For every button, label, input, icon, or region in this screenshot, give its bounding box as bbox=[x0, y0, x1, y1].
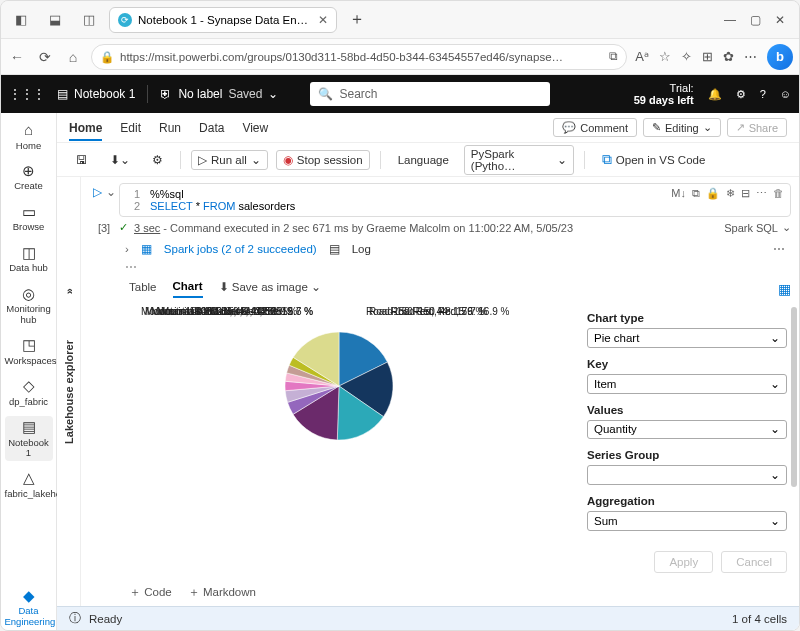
editing-mode-button[interactable]: ✎Editing⌄ bbox=[643, 118, 721, 137]
share-button[interactable]: ↗Share bbox=[727, 118, 787, 137]
open-vscode-button[interactable]: ⧉Open in VS Code bbox=[595, 148, 713, 171]
lakehouse-explorer-toggle[interactable]: » Lakehouse explorer bbox=[57, 177, 81, 606]
language-badge[interactable]: Spark SQL⌄ bbox=[724, 221, 791, 234]
favorites-bar-icon[interactable]: ✧ bbox=[681, 49, 692, 64]
gear-icon[interactable]: ⚙ bbox=[145, 150, 170, 170]
tab-table[interactable]: Table bbox=[129, 281, 157, 297]
save-icon[interactable]: 🖫 bbox=[69, 151, 95, 169]
freeze-icon[interactable]: ❄ bbox=[726, 187, 735, 200]
bing-chat-icon[interactable]: b bbox=[767, 44, 793, 70]
status-icon: ⓘ bbox=[69, 611, 81, 626]
share-icon: ↗ bbox=[736, 121, 745, 134]
settings-icon[interactable]: ⚙ bbox=[736, 88, 746, 101]
help-icon[interactable]: ? bbox=[760, 88, 766, 100]
run-all-button[interactable]: ▷Run all⌄ bbox=[191, 150, 268, 170]
rail-browse[interactable]: ▭Browse bbox=[5, 201, 53, 236]
cancel-button[interactable]: Cancel bbox=[721, 551, 787, 573]
language-select[interactable]: PySpark (Pytho…⌄ bbox=[464, 145, 574, 175]
lock-icon[interactable]: 🔒 bbox=[706, 187, 720, 200]
menu-data[interactable]: Data bbox=[199, 121, 224, 135]
pie-chart: Other: 2.6 % Road-150 Red, 48: 17.7 % Ro… bbox=[129, 306, 575, 573]
rail-lakehouse[interactable]: △fabric_lakehouse bbox=[5, 467, 53, 502]
more-icon[interactable]: ⋯ bbox=[773, 242, 785, 256]
apply-button[interactable]: Apply bbox=[654, 551, 713, 573]
sensitivity-label[interactable]: No label bbox=[178, 87, 222, 101]
more-icon[interactable]: ⋯ bbox=[756, 187, 767, 200]
left-nav-rail: ⌂Home ⊕Create ▭Browse ◫Data hub ◎Monitor… bbox=[1, 113, 57, 630]
copy-icon[interactable]: ⧉ bbox=[609, 50, 618, 63]
chart-values-select[interactable]: Quantity⌄ bbox=[587, 420, 787, 440]
favorite-icon[interactable]: ☆ bbox=[659, 49, 671, 64]
collections-icon[interactable]: ⊞ bbox=[702, 49, 713, 64]
cell-menu-icon[interactable]: ⌄ bbox=[106, 185, 116, 199]
menu-run[interactable]: Run bbox=[159, 121, 181, 135]
profile-icon[interactable]: ◧ bbox=[7, 12, 35, 27]
new-tab-button[interactable]: ＋ bbox=[343, 9, 371, 30]
address-bar: ← ⟳ ⌂ 🔒 https://msit.powerbi.com/groups/… bbox=[1, 39, 799, 75]
chart-aggregation-select[interactable]: Sum⌄ bbox=[587, 511, 787, 531]
trial-info: Trial: 59 days left bbox=[634, 82, 694, 106]
delete-icon[interactable]: 🗑 bbox=[773, 187, 784, 200]
app-launcher-icon[interactable]: ⋮⋮⋮ bbox=[9, 87, 45, 101]
rail-workspaces[interactable]: ◳Workspaces bbox=[5, 334, 53, 369]
minimize-button[interactable]: — bbox=[724, 13, 736, 27]
rail-create[interactable]: ⊕Create bbox=[5, 160, 53, 195]
code-cell[interactable]: M↓ ⧉ 🔒 ❄ ⊟ ⋯ 🗑 1%%sql 2SELECT * FROM sal… bbox=[119, 183, 791, 217]
rail-datahub[interactable]: ◫Data hub bbox=[5, 242, 53, 277]
notifications-icon[interactable]: 🔔 bbox=[708, 88, 722, 101]
search-input[interactable]: 🔍 Search bbox=[310, 82, 550, 106]
chevron-down-icon[interactable]: ⌄ bbox=[268, 87, 278, 101]
back-button[interactable]: ← bbox=[7, 49, 27, 65]
chevron-down-icon: ⌄ bbox=[251, 153, 261, 167]
refresh-button[interactable]: ⟳ bbox=[35, 49, 55, 65]
rail-dp-fabric[interactable]: ◇dp_fabric bbox=[5, 375, 53, 410]
menu-home[interactable]: Home bbox=[69, 121, 102, 141]
tab-chart[interactable]: Chart bbox=[173, 280, 203, 298]
chart-type-select[interactable]: Pie chart⌄ bbox=[587, 328, 787, 348]
workspaces-icon[interactable]: ⬓ bbox=[41, 12, 69, 27]
copy-icon[interactable]: ⧉ bbox=[692, 187, 700, 200]
rail-data-engineering[interactable]: ◆Data Engineering bbox=[5, 585, 53, 630]
extensions-icon[interactable]: ✿ bbox=[723, 49, 734, 64]
menu-edit[interactable]: Edit bbox=[120, 121, 141, 135]
chart-key-select[interactable]: Item⌄ bbox=[587, 374, 787, 394]
save-status: Saved bbox=[228, 87, 262, 101]
stop-session-button[interactable]: ◉Stop session bbox=[276, 150, 370, 170]
log-link[interactable]: Log bbox=[352, 243, 371, 255]
markdown-toggle-icon[interactable]: M↓ bbox=[671, 187, 686, 200]
notebook-name[interactable]: Notebook 1 bbox=[74, 87, 135, 101]
save-image-button[interactable]: ⬇ Save as image ⌄ bbox=[219, 280, 321, 298]
expand-icon[interactable]: › bbox=[125, 243, 129, 255]
comment-button[interactable]: 💬Comment bbox=[553, 118, 637, 137]
download-icon[interactable]: ⬇⌄ bbox=[103, 150, 137, 170]
feedback-icon[interactable]: ☺ bbox=[780, 88, 791, 100]
home-button[interactable]: ⌂ bbox=[63, 49, 83, 65]
stop-icon: ◉ bbox=[283, 153, 293, 167]
language-label: Language bbox=[391, 151, 456, 169]
url-input[interactable]: 🔒 https://msit.powerbi.com/groups/0130d3… bbox=[91, 44, 627, 70]
chart-seriesgroup-select[interactable]: ⌄ bbox=[587, 465, 787, 485]
execution-status: [3] ✓ 3 sec - Command executed in 2 sec … bbox=[81, 217, 799, 238]
rail-home[interactable]: ⌂Home bbox=[5, 119, 53, 154]
rail-monitoring[interactable]: ◎Monitoring hub bbox=[5, 283, 53, 328]
add-markdown-cell[interactable]: ＋ Markdown bbox=[188, 585, 256, 600]
browser-tab[interactable]: ⟳ Notebook 1 - Synapse Data En… ✕ bbox=[109, 7, 337, 33]
more-icon[interactable]: ⋯ bbox=[744, 49, 757, 64]
chevron-down-icon: ⌄ bbox=[770, 377, 780, 391]
menu-view[interactable]: View bbox=[242, 121, 268, 135]
collapse-icon[interactable]: ⊟ bbox=[741, 187, 750, 200]
chart-settings-icon[interactable]: ▦ bbox=[778, 281, 791, 297]
reader-icon[interactable]: Aᵃ bbox=[635, 49, 649, 64]
chevron-down-icon: ⌄ bbox=[703, 121, 712, 134]
scrollbar[interactable] bbox=[791, 307, 797, 487]
run-cell-icon[interactable]: ▷ bbox=[93, 185, 102, 199]
spark-jobs-link[interactable]: Spark jobs (2 of 2 succeeded) bbox=[164, 243, 317, 255]
maximize-button[interactable]: ▢ bbox=[750, 13, 761, 27]
toolbar: 🖫 ⬇⌄ ⚙ ▷Run all⌄ ◉Stop session Language … bbox=[57, 143, 799, 177]
add-code-cell[interactable]: ＋ Code bbox=[129, 585, 172, 600]
rail-notebook1[interactable]: ▤Notebook 1 bbox=[5, 416, 53, 461]
close-tab-icon[interactable]: ✕ bbox=[318, 13, 328, 27]
tabs-icon[interactable]: ◫ bbox=[75, 12, 103, 27]
close-button[interactable]: ✕ bbox=[775, 13, 785, 27]
spark-icon: ▦ bbox=[141, 242, 152, 256]
